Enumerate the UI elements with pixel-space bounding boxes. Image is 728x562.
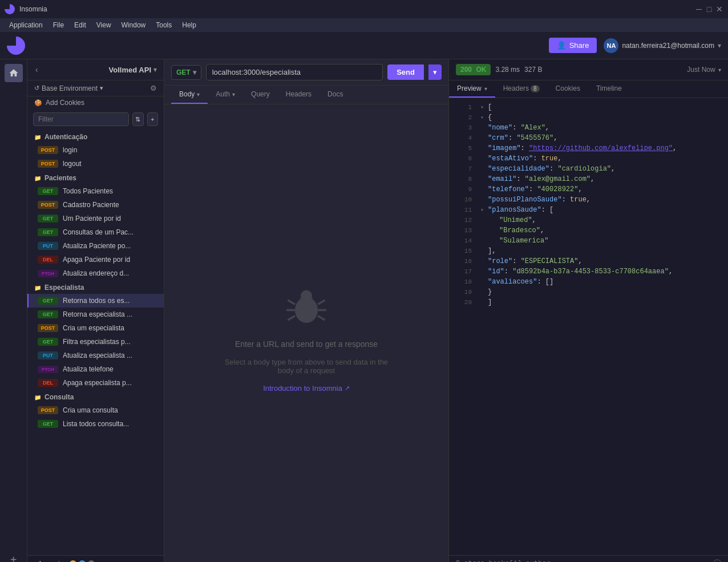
response-status-area: 200 OK 3.28 ms 327 B [456, 64, 542, 75]
nav-item-cadastro-paciente[interactable]: POST Cadastro Paciente [27, 198, 164, 212]
branch-info: ⎇ master [34, 560, 95, 563]
branch-icon-local [88, 560, 95, 563]
add-request-button[interactable]: + [147, 112, 159, 126]
environment-button[interactable]: ↺ Base Environment ▾ [34, 84, 103, 92]
minimize-button[interactable]: ─ [695, 5, 703, 13]
request-panel: GET ▾ Send ▾ Body ▾ Auth ▾ Query Headers… [164, 59, 448, 562]
menu-file[interactable]: File [48, 20, 68, 30]
home-icon-button[interactable] [5, 64, 23, 82]
json-line-8: 8 "email": "alex@gmail.com", [449, 175, 728, 185]
sort-button[interactable]: ⇅ [132, 112, 144, 126]
nav-item-cria-consulta[interactable]: POST Cria uma consulta [27, 403, 164, 417]
share-button[interactable]: 👤 Share [549, 38, 597, 53]
env-dropdown-icon: ▾ [100, 84, 103, 92]
user-dropdown-icon: ▾ [718, 42, 721, 50]
nav-item-um-paciente[interactable]: GET Um Paciente por id [27, 212, 164, 225]
json-line-4: 4 "crm": "5455576", [449, 134, 728, 144]
json-line-19: 19 } [449, 288, 728, 298]
filter-input[interactable] [33, 112, 129, 126]
branch-icon-sync [79, 560, 86, 563]
environment-settings-button[interactable]: ⚙ [150, 84, 157, 92]
nav-list: 📁 Autenticação POST login POST logout 📁 … [27, 130, 164, 555]
intro-link[interactable]: Introduction to Insomnia ↗ [263, 384, 350, 393]
request-body: Enter a URL and send to get a response S… [164, 104, 448, 562]
nav-item-lista-consultas[interactable]: GET Lista todos consulta... [27, 417, 164, 431]
svg-line-5 [318, 300, 325, 305]
user-email: natan.ferreira21@hotmail.com [622, 42, 714, 50]
nav-item-apaga-especialista[interactable]: DEL Apaga especialista p... [27, 376, 164, 390]
method-badge-post: POST [38, 324, 58, 332]
nav-item-login[interactable]: POST login [27, 143, 164, 157]
branch-icon-warning [70, 560, 76, 563]
nav-item-retorna-todos-es[interactable]: GET Retorna todos os es... [27, 294, 164, 308]
folder-icon: 📁 [34, 175, 41, 181]
app-logo [5, 4, 15, 14]
menu-view[interactable]: View [92, 20, 116, 30]
request-hint2: Select a body type from above to send da… [221, 358, 392, 375]
svg-line-4 [288, 316, 296, 321]
response-header: 200 OK 3.28 ms 327 B Just Now ▾ [449, 59, 728, 80]
menu-help[interactable]: Help [177, 20, 201, 30]
send-dropdown-button[interactable]: ▾ [428, 64, 442, 80]
nav-item-todos-pacientes[interactable]: GET Todos Pacientes [27, 184, 164, 198]
send-button[interactable]: Send [387, 64, 424, 80]
svg-line-2 [288, 300, 296, 305]
nav-item-logout[interactable]: POST logout [27, 157, 164, 171]
response-panel: 200 OK 3.28 ms 327 B Just Now ▾ Preview … [448, 59, 728, 562]
tab-query[interactable]: Query [243, 86, 278, 104]
tab-auth[interactable]: Auth ▾ [208, 86, 243, 104]
nav-back-button[interactable]: ‹ [34, 64, 39, 75]
method-select[interactable]: GET ▾ [171, 65, 201, 80]
title-bar: Insomnia ─ □ ✕ [0, 0, 728, 18]
method-badge-post: POST [38, 406, 58, 414]
nav-item-atualiza-telefone[interactable]: PTCH Atualiza telefone [27, 362, 164, 376]
maximize-button[interactable]: □ [705, 5, 713, 13]
menu-bar: Application File Edit View Window Tools … [0, 18, 728, 32]
method-badge-post: POST [38, 160, 58, 168]
query-input[interactable] [456, 560, 709, 563]
nav-item-atualiza-especialista[interactable]: PUT Atualiza especialista ... [27, 349, 164, 362]
method-badge-put: PUT [38, 351, 58, 359]
logo-area [7, 37, 25, 55]
menu-tools[interactable]: Tools [151, 20, 176, 30]
nav-item-retorna-especialista[interactable]: GET Retorna especialista ... [27, 308, 164, 321]
top-header: 👤 Share NA natan.ferreira21@hotmail.com … [0, 32, 728, 59]
folder-icon: 📁 [34, 134, 41, 140]
add-collection-button[interactable]: + [7, 553, 21, 562]
method-badge-get: GET [38, 310, 58, 318]
tab-headers[interactable]: Headers [278, 86, 319, 104]
resp-tab-timeline[interactable]: Timeline [588, 80, 630, 98]
json-line-10: 10 "possuiPlanoSaude": true, [449, 195, 728, 205]
json-line-15: 15 ], [449, 246, 728, 257]
method-badge-post: POST [38, 146, 58, 154]
menu-window[interactable]: Window [117, 20, 151, 30]
json-line-18: 18 "avaliacoes": [] [449, 277, 728, 288]
collection-title[interactable]: Vollmed API ▾ [109, 66, 157, 74]
resp-tab-preview[interactable]: Preview ▾ [449, 80, 495, 98]
svg-line-7 [318, 316, 325, 321]
git-branch-icon: ⎇ [34, 560, 42, 562]
tab-docs[interactable]: Docs [319, 86, 351, 104]
cookies-row[interactable]: 🍪 Add Cookies [27, 96, 164, 109]
nav-item-atualiza-endereco[interactable]: PTCH Atualiza endereço d... [27, 266, 164, 280]
collections-panel: ‹ Vollmed API ▾ ↺ Base Environment ▾ ⚙ 🍪… [27, 59, 164, 562]
method-badge-get: GET [38, 215, 58, 223]
query-help-icon[interactable]: ⓘ [713, 559, 721, 563]
menu-edit[interactable]: Edit [70, 20, 91, 30]
nav-item-apaga-paciente[interactable]: DEL Apaga Paciente por id [27, 253, 164, 266]
resp-tab-headers[interactable]: Headers 8 [495, 80, 548, 98]
app-title: Insomnia [19, 5, 47, 13]
nav-item-cria-especialista[interactable]: POST Cria um especialista [27, 321, 164, 335]
tab-body[interactable]: Body ▾ [171, 86, 208, 104]
menu-application[interactable]: Application [5, 20, 47, 30]
resp-tab-cookies[interactable]: Cookies [548, 80, 588, 98]
nav-item-atualiza-paciente[interactable]: PUT Atualiza Paciente po... [27, 239, 164, 253]
collection-dropdown-icon: ▾ [153, 66, 157, 74]
user-info[interactable]: NA natan.ferreira21@hotmail.com ▾ [604, 38, 721, 53]
url-input[interactable] [206, 64, 383, 80]
nav-item-consultas-paciente[interactable]: GET Consultas de um Pac... [27, 225, 164, 239]
json-line-9: 9 "telefone": "40028922", [449, 185, 728, 195]
close-button[interactable]: ✕ [715, 5, 723, 13]
nav-item-filtra-especialistas[interactable]: GET Filtra especialistas p... [27, 335, 164, 349]
cookies-icon: 🍪 [34, 99, 42, 107]
